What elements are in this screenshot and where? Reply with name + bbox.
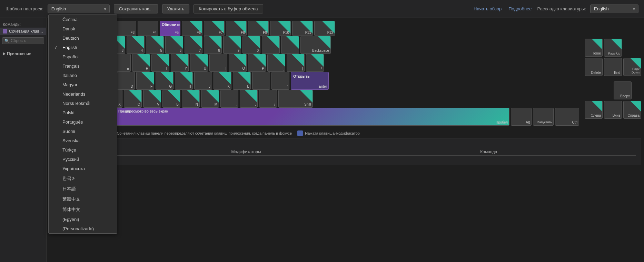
key-j[interactable]: J [194, 72, 212, 90]
key-period[interactable]: . [240, 90, 258, 108]
key-f8[interactable]: F8 [226, 21, 247, 36]
nav-key-down[interactable]: Вниз [604, 101, 622, 119]
dropdown-item-Italiano[interactable]: Italiano [49, 71, 117, 80]
dropdown-item-English[interactable]: ✓English [49, 43, 117, 52]
key-g[interactable]: G [156, 72, 174, 90]
key-quote[interactable]: ' [271, 72, 289, 90]
dropdown-item-Français[interactable]: Français [49, 61, 117, 71]
dropdown-item-Dansk[interactable]: Dansk [49, 24, 117, 33]
key-f9[interactable]: F9 [248, 21, 269, 36]
key-minus[interactable]: - [262, 36, 280, 54]
key-backspace[interactable]: Backspace [300, 36, 331, 54]
key-ctrl-right[interactable]: Ctrl [555, 108, 579, 126]
sidebar-item-shortcuts[interactable]: Сочетания клав... [0, 28, 46, 35]
key-f[interactable]: F [136, 72, 154, 90]
key-alt-right[interactable]: Alt [511, 108, 532, 126]
key-enter[interactable]: Открыть Enter [291, 72, 329, 90]
nav-key-right[interactable]: Справа [623, 101, 641, 119]
key-f7[interactable]: F7 [204, 21, 225, 36]
key-shift-right[interactable]: Shift [278, 90, 313, 108]
dropdown-item-Čeština[interactable]: Čeština [49, 15, 117, 24]
dropdown-item-(Personalizado)[interactable]: (Personalizado) [49, 224, 117, 233]
dropdown-item-Deutsch[interactable]: Deutsch [49, 33, 117, 43]
dropdown-item-Português[interactable]: Português [49, 117, 117, 127]
key-b[interactable]: B [162, 90, 180, 108]
keyboard-layout-dropdown-wrapper[interactable]: English [590, 4, 638, 13]
legend-blue-label: Нажата клавиша-модификатор [305, 131, 360, 135]
key-c[interactable]: C [124, 90, 142, 108]
delete-button[interactable]: Удалить [162, 4, 190, 13]
key-t[interactable]: T [151, 54, 169, 72]
key-m[interactable]: M [201, 90, 219, 108]
dropdown-item-Türkçe[interactable]: Türkçe [49, 145, 117, 155]
key-i[interactable]: I [209, 54, 227, 72]
key-d[interactable]: D [117, 72, 135, 90]
dropdown-label: Magyar [62, 82, 77, 87]
key-6[interactable]: 6 [165, 36, 183, 54]
key-8[interactable]: 8 [204, 36, 222, 54]
key-p[interactable]: P [248, 54, 266, 72]
template-dropdown[interactable]: English [48, 4, 110, 13]
dropdown-item-Norsk-Bokmål[interactable]: Norsk Bokmål [49, 99, 117, 108]
sidebar-item-application[interactable]: Приложение [3, 50, 43, 57]
key-f12[interactable]: F12 [314, 21, 335, 36]
nav-key-end[interactable]: End [604, 58, 622, 76]
dropdown-item-Magyar[interactable]: Magyar [49, 80, 117, 89]
copy-button[interactable]: Копировать в буфер обмена [194, 4, 263, 13]
key-r[interactable]: R [132, 54, 150, 72]
dropdown-item-日本語[interactable]: 日本語 [49, 184, 117, 194]
key-f11[interactable]: F11 [292, 21, 313, 36]
key-launch[interactable]: Запустить [533, 108, 554, 126]
template-dropdown-wrapper[interactable]: English [48, 4, 110, 13]
key-bracket-open[interactable]: [ [267, 54, 285, 72]
key-bracket-close[interactable]: ] [287, 54, 305, 72]
key-n[interactable]: N [182, 90, 200, 108]
keyboard-layout-dropdown[interactable]: English [590, 4, 638, 13]
key-l[interactable]: L [233, 72, 251, 90]
key-o[interactable]: O [229, 54, 247, 72]
key-f10[interactable]: F10 [270, 21, 291, 36]
dropdown-item-(Egyéni)[interactable]: (Egyéni) [49, 215, 117, 224]
start-review-button[interactable]: Начать обзор [472, 6, 503, 11]
key-7[interactable]: 7 [185, 36, 202, 54]
dropdown-item-한국어[interactable]: 한국어 [49, 173, 117, 184]
key-semicolon[interactable]: ; [252, 72, 270, 90]
key-4[interactable]: 4 [127, 36, 145, 54]
key-5[interactable]: 5 [146, 36, 164, 54]
key-u[interactable]: U [190, 54, 208, 72]
nav-key-pagedown[interactable]: PageDown [623, 58, 641, 76]
key-f6[interactable]: F6 [182, 21, 202, 36]
dropdown-item-Русский[interactable]: Русский [49, 155, 117, 164]
dropdown-item-Українська[interactable]: Українська [49, 164, 117, 173]
nav-key-up[interactable]: Вверх [614, 81, 632, 99]
key-h[interactable]: H [175, 72, 193, 90]
dropdown-item-Español[interactable]: Español [49, 52, 117, 61]
key-y[interactable]: Y [171, 54, 189, 72]
search-input[interactable] [11, 38, 42, 43]
key-equals[interactable]: = [281, 36, 299, 54]
key-backslash[interactable]: \ [306, 54, 324, 72]
key-slash[interactable]: / [259, 90, 277, 108]
key-space[interactable]: Предпросмотр во весь экран Пробел [116, 108, 509, 126]
dropdown-item-繁體中文[interactable]: 繁體中文 [49, 194, 117, 204]
template-dropdown-overlay: ČeštinaDanskDeutsch✓EnglishEspañolFrança… [48, 14, 117, 234]
nav-key-pageup[interactable]: Page Up [604, 39, 622, 57]
nav-key-left[interactable]: Слева [585, 101, 603, 119]
key-f4[interactable]: F4 [138, 21, 158, 36]
key-comma[interactable]: , [220, 90, 238, 108]
dropdown-item-Polski[interactable]: Polski [49, 108, 117, 117]
dropdown-item-Nederlands[interactable]: Nederlands [49, 89, 117, 99]
dropdown-item-Svenska[interactable]: Svenska [49, 136, 117, 145]
details-button[interactable]: Подробнее [507, 6, 533, 11]
key-0[interactable]: 0 [242, 36, 260, 54]
key-f5[interactable]: Обновить F5 [160, 21, 180, 36]
key-9[interactable]: 9 [223, 36, 241, 54]
nav-key-delete[interactable]: Delete [585, 58, 603, 76]
nav-key-home[interactable]: Home [585, 39, 603, 57]
key-f3[interactable]: F3 [116, 21, 136, 36]
dropdown-item-Suomi[interactable]: Suomi [49, 127, 117, 136]
save-as-button[interactable]: Сохранить как... [114, 4, 158, 13]
key-k[interactable]: K [214, 72, 231, 90]
dropdown-item-简体中文[interactable]: 简体中文 [49, 204, 117, 215]
key-v[interactable]: V [143, 90, 161, 108]
